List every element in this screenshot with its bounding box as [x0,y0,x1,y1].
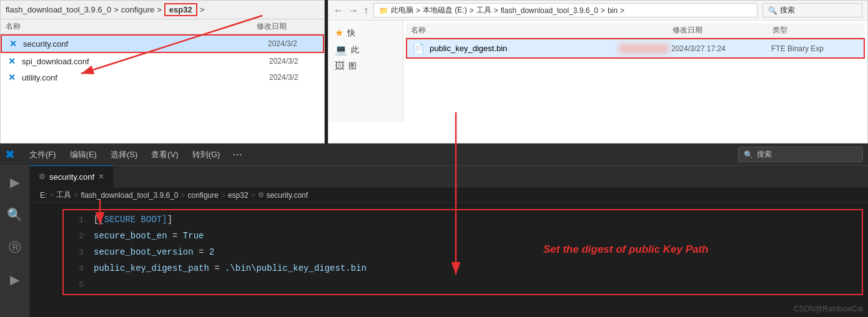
we-sidebar-label-3: 图 [348,61,357,72]
vscode-file-icon-1: ✕ [7,37,19,50]
watermark: CSDN@RainbowCai [794,305,863,313]
we-search-label: 搜索 [780,5,795,16]
we-col-type: 类型 [772,25,860,36]
activity-search-icon[interactable]: 🔍 [4,203,26,226]
activity-explorer-icon[interactable]: ▶ [4,171,26,193]
code-line-content-5 [94,280,99,290]
fe-sep-2: > [157,5,162,14]
file-explorer-panel: flash_download_tool_3.9.6_0 > configure … [0,0,325,144]
vscode-file-icon-3: ✕ [6,71,18,84]
code-line-2: 2 secure_boot_en = True [69,228,857,244]
we-sidebar-images[interactable]: 🖼 图 [331,58,400,74]
menu-select[interactable]: 选择(S) [104,147,144,163]
vscode-search-label: 搜索 [757,149,772,160]
fe-file-row-utility[interactable]: ✕ utility.conf 2024/3/2 [1,69,324,85]
code-content-box: 1 [[SECURE BOOT]] 2 secure_boot_en = Tru… [62,209,863,295]
fe-breadcrumb: flash_download_tool_3.9.6_0 > configure … [1,1,324,19]
pc-icon: 💻 [335,44,347,56]
bc-esp32: esp32 [228,191,249,200]
menu-more-icon[interactable]: ⋯ [227,146,247,163]
we-col-name: 名称 [411,25,673,36]
we-blurred-block [619,44,669,54]
tab-gear-icon: ⚙ [39,172,46,181]
fe-filename-2: spi_download.conf [22,57,269,66]
tab-close-button[interactable]: ✕ [98,172,104,181]
we-main-pane: 名称 修改日期 类型 📄 public_key_digest.bin 2024/… [403,21,867,122]
annotation-text: Set the digest of public Key Path [543,243,708,256]
bc-gear-icon: ⚙ [258,191,264,199]
fe-column-headers: 名称 修改日期 [1,19,324,34]
we-addr-part5: bin [608,6,618,15]
bc-configure: configure [188,191,219,200]
code-line-content-1: [[SECURE BOOT]] [94,215,172,225]
we-pane: ★ 快 💻 此 🖼 图 名称 修改日期 类型 📄 public_key_dige… [328,21,867,122]
vscode-editor-pane: ⚙ security.conf ✕ E: > 工具 > flash_downlo… [30,166,868,317]
line-number-5: 5 [69,280,94,290]
code-line-4: 4 public_key_digest_path = .\bin\public_… [69,260,857,276]
fe-file-row-security[interactable]: ✕ security.conf 2024/3/2 [1,34,324,53]
fe-sep-1: > [114,5,119,14]
vscode-content: ▶ 🔍 Ⓡ ▶ ⚙ security.conf ✕ E: > 工具 > fl [0,166,868,317]
we-filename-1: public_key_digest.bin [430,44,616,53]
fe-filename-1: security.conf [23,39,268,49]
star-icon: ★ [335,27,343,39]
fe-crumb-2: configure [121,5,154,14]
we-sidebar: ★ 快 💻 此 🖼 图 [328,21,403,122]
search-icon: 🔍 [744,150,753,159]
code-line-content-4: public_key_digest_path = .\bin\public_ke… [94,263,367,273]
code-line-content-2: secure_boot_en = True [94,231,204,241]
we-sidebar-this-pc[interactable]: 💻 此 [331,41,400,58]
we-sidebar-label-1: 快 [347,27,355,39]
fe-filename-3: utility.conf [22,73,269,82]
fe-filedate-3: 2024/3/2 [269,73,319,82]
we-addr-part4: flash_download_tool_3.9.6_0 [501,6,598,15]
menu-goto[interactable]: 转到(G) [186,147,227,163]
code-line-3: 3 secure_boot_version = 2 [69,244,857,260]
we-addr-part2: 本地磁盘 (E:) [423,5,467,16]
fe-file-row-spi[interactable]: ✕ spi_download.conf 2024/3/2 [1,53,324,69]
tab-security-conf[interactable]: ⚙ security.conf ✕ [30,165,114,187]
bin-file-icon: 📄 [412,42,425,54]
vscode-search-box[interactable]: 🔍 搜索 [738,147,863,162]
image-icon: 🖼 [335,61,345,72]
we-filetype-1: FTE Binary Exp [771,44,859,53]
menu-file[interactable]: 文件(F) [23,147,62,163]
we-file-row-public-key[interactable]: 📄 public_key_digest.bin 2024/3/27 17:24 … [406,38,865,59]
menu-edit[interactable]: 编辑(E) [64,147,103,163]
we-col-headers: 名称 修改日期 类型 [406,23,865,38]
vscode-tab-bar: ⚙ security.conf ✕ [30,166,868,188]
bc-security-conf: security.conf [267,191,308,200]
activity-git-icon[interactable]: Ⓡ [4,236,26,258]
we-forward-button[interactable]: → [348,5,358,16]
vscode-breadcrumb: E: > 工具 > flash_download_tool_3.9.6_0 > … [30,188,868,203]
vscode-activitybar: ▶ 🔍 Ⓡ ▶ [0,166,30,317]
we-sidebar-quick-access[interactable]: ★ 快 [331,24,400,41]
tab-label: security.conf [49,172,94,182]
line-number-4: 4 [69,264,94,273]
fe-filedate-1: 2024/3/2 [268,39,318,48]
folder-icon-addr: 📁 [379,6,388,15]
activity-debug-icon[interactable]: ▶ [4,268,26,291]
we-up-button[interactable]: ↑ [363,5,368,16]
we-addr-part1: 此电脑 [391,5,413,16]
line-number-1: 1 [69,215,94,225]
we-address-bar[interactable]: 📁 此电脑 > 本地磁盘 (E:) > 工具 > flash_download_… [373,3,757,17]
fe-filedate-2: 2024/3/2 [269,57,319,66]
windows-explorer-panel: ← → ↑ 📁 此电脑 > 本地磁盘 (E:) > 工具 > flash_dow… [328,0,868,144]
search-icon: 🔍 [768,6,777,15]
menu-view[interactable]: 查看(V) [145,147,184,163]
fe-chevron: > [200,5,205,14]
we-filedate-1: 2024/3/27 17:24 [671,44,771,53]
vscode-logo-icon: ✖ [5,148,14,162]
we-back-button[interactable]: ← [333,5,343,16]
code-line-content-3: secure_boot_version = 2 [94,247,214,257]
vscode-area: ✖ 文件(F) 编辑(E) 选择(S) 查看(V) 转到(G) ⋯ 🔍 搜索 ▶… [0,144,868,317]
bc-e: E: [40,191,47,200]
fe-crumb-3-highlight: esp32 [164,3,197,16]
we-search-box[interactable]: 🔍 搜索 [762,3,862,17]
vscode-code-editor[interactable]: 1 [[SECURE BOOT]] 2 secure_boot_en = Tru… [30,203,868,317]
code-line-5: 5 [69,276,857,293]
bc-tool-folder: flash_download_tool_3.9.6_0 [81,191,178,200]
vscode-file-icon-2: ✕ [6,55,18,67]
fe-crumb-1: flash_download_tool_3.9.6_0 [6,5,111,14]
